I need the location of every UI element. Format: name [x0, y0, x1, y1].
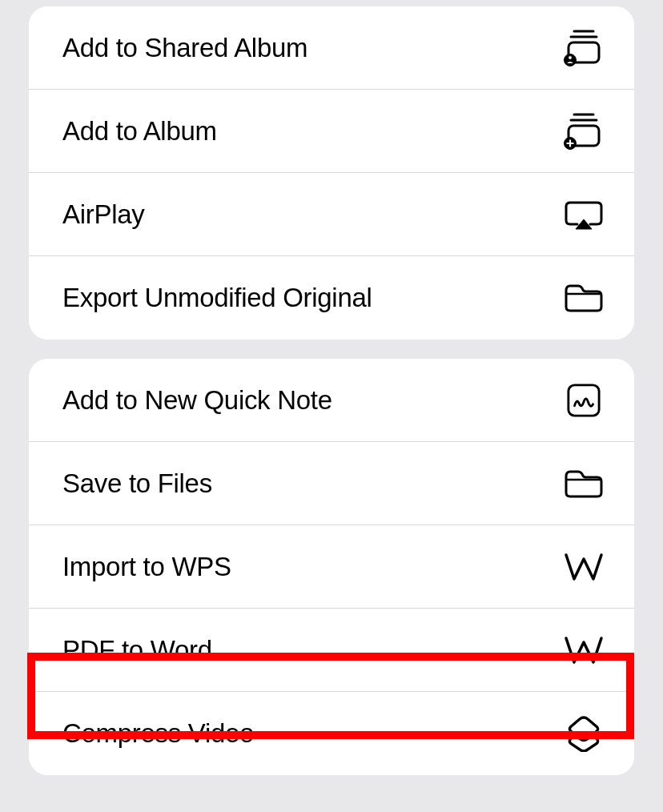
- svg-point-4: [569, 56, 573, 60]
- share-sheet-actions: Add to Shared Album Add to Album: [0, 6, 663, 812]
- menu-item-label: Compress Video: [62, 718, 254, 749]
- action-group-2: Add to New Quick Note Save to Files Impo…: [29, 359, 634, 775]
- menu-item-label: Export Unmodified Original: [62, 283, 372, 313]
- save-to-files[interactable]: Save to Files: [29, 442, 634, 525]
- import-to-wps[interactable]: Import to WPS: [29, 525, 634, 609]
- add-to-new-quick-note[interactable]: Add to New Quick Note: [29, 359, 634, 442]
- edit-actions-label: Edit Actions...: [62, 809, 219, 812]
- menu-item-label: PDF to Word: [62, 635, 212, 665]
- compress-video[interactable]: Compress Video: [29, 692, 634, 775]
- menu-item-label: Add to Album: [62, 116, 217, 147]
- menu-item-label: Add to New Quick Note: [62, 385, 332, 416]
- folder-icon: [564, 279, 604, 317]
- edit-actions-button[interactable]: Edit Actions...: [0, 794, 663, 812]
- menu-item-label: Save to Files: [62, 468, 212, 499]
- airplay[interactable]: AirPlay: [29, 173, 634, 256]
- add-to-shared-album[interactable]: Add to Shared Album: [29, 6, 634, 90]
- action-group-1: Add to Shared Album Add to Album: [29, 6, 634, 340]
- folder-icon: [564, 464, 604, 503]
- menu-item-label: Add to Shared Album: [62, 33, 307, 63]
- shared-album-icon: [564, 29, 604, 67]
- add-album-icon: [564, 112, 604, 151]
- pdf-to-word[interactable]: PDF to Word: [29, 609, 634, 692]
- airplay-icon: [564, 195, 604, 234]
- shortcuts-icon: [564, 714, 604, 753]
- quick-note-icon: [564, 381, 604, 420]
- export-unmodified-original[interactable]: Export Unmodified Original: [29, 256, 634, 340]
- wps-icon: [564, 548, 604, 586]
- add-to-album[interactable]: Add to Album: [29, 90, 634, 173]
- wps-icon: [564, 631, 604, 669]
- menu-item-label: Import to WPS: [62, 552, 231, 582]
- menu-item-label: AirPlay: [62, 199, 144, 230]
